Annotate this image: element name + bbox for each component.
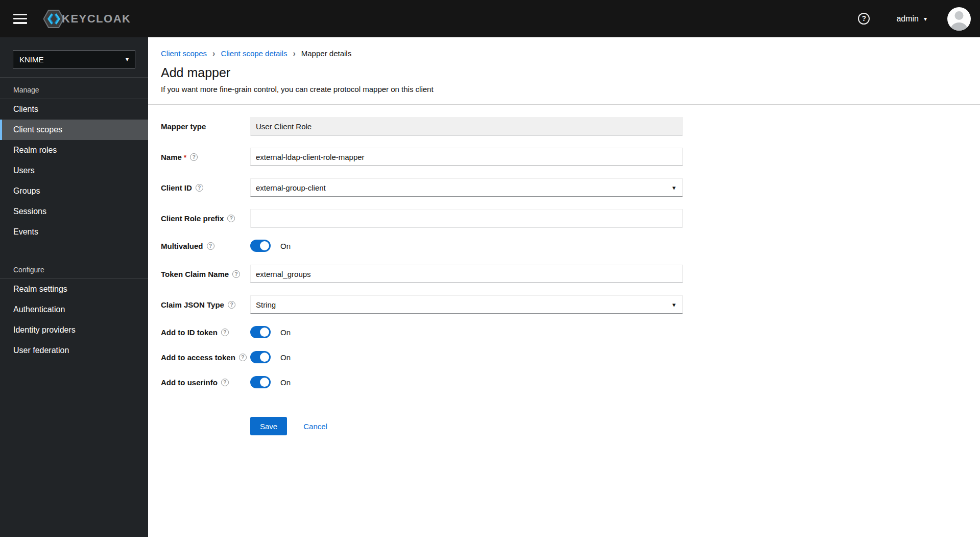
toggle-knob	[260, 353, 269, 362]
field-label: Name*	[161, 148, 250, 166]
user-menu[interactable]: admin	[896, 14, 927, 24]
question-circle-icon[interactable]	[207, 242, 214, 250]
sidebar-item-realm-roles[interactable]: Realm roles	[0, 140, 148, 160]
form-row-claim-json-type: Claim JSON Type String	[161, 295, 980, 314]
multivalued-toggle[interactable]	[250, 240, 271, 252]
sidebar-item-users[interactable]: Users	[0, 160, 148, 181]
realm-selector[interactable]: KNIME	[13, 50, 135, 68]
sidebar-item-identity-providers[interactable]: Identity providers	[0, 320, 148, 340]
toggle-state-label: On	[280, 242, 291, 250]
sidebar: KNIME Manage Clients Client scopes Realm…	[0, 37, 148, 537]
sidebar-item-client-scopes[interactable]: Client scopes	[0, 120, 148, 140]
field-label: Client Role prefix	[161, 209, 250, 227]
claim-json-type-select[interactable]: String	[250, 295, 683, 314]
page-title: Add mapper	[161, 65, 980, 80]
mapper-type-input	[250, 117, 683, 135]
sidebar-item-sessions[interactable]: Sessions	[0, 201, 148, 222]
field-label: Add to access token	[161, 351, 250, 363]
brand-text: KEYCLOAK	[62, 12, 131, 26]
save-button[interactable]: Save	[250, 417, 287, 435]
toggle-state-label: On	[280, 328, 291, 337]
breadcrumb-mapper-details: Mapper details	[301, 49, 351, 58]
breadcrumb: Client scopes Client scope details Mappe…	[161, 49, 980, 58]
user-name: admin	[896, 14, 919, 24]
toggle-state-label: On	[280, 353, 291, 362]
masthead: KEYCLOAK admin	[0, 0, 980, 37]
client-role-prefix-input[interactable]	[250, 209, 683, 227]
form-row-multivalued: Multivalued On	[161, 240, 980, 252]
avatar[interactable]	[947, 7, 971, 31]
nav-section-manage: Manage	[0, 78, 148, 99]
add-to-userinfo-toggle[interactable]	[250, 376, 271, 388]
chevron-down-icon	[924, 16, 927, 22]
field-label: Multivalued	[161, 240, 250, 252]
add-mapper-form: Mapper type Name* Client ID external-gro…	[148, 105, 980, 435]
question-circle-icon[interactable]	[232, 270, 240, 278]
form-row-add-to-userinfo: Add to userinfo On	[161, 376, 980, 388]
sidebar-item-user-federation[interactable]: User federation	[0, 340, 148, 361]
breadcrumb-separator-icon	[293, 50, 295, 58]
token-claim-name-input[interactable]	[250, 265, 683, 283]
chevron-down-icon	[126, 56, 129, 62]
form-row-add-to-access-token: Add to access token On	[161, 351, 980, 363]
claim-json-type-selected-value: String	[256, 300, 276, 309]
client-id-selected-value: external-group-client	[256, 183, 326, 192]
question-circle-icon[interactable]	[239, 354, 247, 361]
form-row-add-to-id-token: Add to ID token On	[161, 326, 980, 338]
realm-name: KNIME	[19, 55, 44, 64]
question-circle-icon[interactable]	[227, 215, 235, 222]
field-label: Mapper type	[161, 117, 250, 135]
question-circle-icon[interactable]	[196, 184, 203, 192]
caret-down-icon	[672, 184, 676, 191]
help-icon[interactable]	[858, 13, 870, 25]
field-label: Add to userinfo	[161, 376, 250, 388]
breadcrumb-client-scopes[interactable]: Client scopes	[161, 49, 207, 58]
question-circle-icon[interactable]	[221, 329, 229, 336]
breadcrumb-separator-icon	[212, 50, 215, 58]
form-row-client-id: Client ID external-group-client	[161, 178, 980, 197]
sidebar-item-events[interactable]: Events	[0, 222, 148, 242]
question-circle-icon[interactable]	[221, 379, 229, 386]
client-id-select[interactable]: external-group-client	[250, 178, 683, 197]
avatar-body-shape	[951, 22, 967, 31]
add-to-access-token-toggle[interactable]	[250, 351, 271, 363]
form-row-client-role-prefix: Client Role prefix	[161, 209, 980, 227]
question-circle-icon[interactable]	[190, 153, 198, 161]
avatar-head-shape	[955, 11, 964, 20]
sidebar-item-clients[interactable]: Clients	[0, 99, 148, 120]
name-input[interactable]	[250, 148, 683, 166]
cancel-button[interactable]: Cancel	[303, 422, 327, 431]
sidebar-item-groups[interactable]: Groups	[0, 181, 148, 201]
question-circle-icon[interactable]	[228, 301, 235, 309]
toggle-knob	[260, 328, 269, 337]
keycloak-logo-icon	[43, 10, 64, 28]
add-to-id-token-toggle[interactable]	[250, 326, 271, 338]
field-label: Add to ID token	[161, 326, 250, 338]
breadcrumb-client-scope-details[interactable]: Client scope details	[221, 49, 287, 58]
field-label: Token Claim Name	[161, 265, 250, 283]
toggle-state-label: On	[280, 378, 291, 387]
main-content: Client scopes Client scope details Mappe…	[148, 37, 980, 537]
form-row-mapper-type: Mapper type	[161, 117, 980, 135]
caret-down-icon	[672, 301, 676, 308]
field-label: Client ID	[161, 178, 250, 197]
nav-section-configure: Configure	[0, 258, 148, 278]
toggle-knob	[260, 378, 269, 387]
field-label: Claim JSON Type	[161, 295, 250, 314]
required-asterisk: *	[184, 153, 186, 161]
form-row-name: Name*	[161, 148, 980, 166]
toggle-knob	[260, 241, 269, 250]
sidebar-item-realm-settings[interactable]: Realm settings	[0, 279, 148, 299]
menu-icon[interactable]	[13, 14, 27, 24]
page-header: Client scopes Client scope details Mappe…	[148, 37, 980, 94]
keycloak-logo[interactable]: KEYCLOAK	[43, 10, 131, 28]
sidebar-item-authentication[interactable]: Authentication	[0, 299, 148, 320]
form-actions: Save Cancel	[250, 417, 980, 435]
form-row-token-claim-name: Token Claim Name	[161, 265, 980, 283]
page-subtitle: If you want more fine-grain control, you…	[161, 85, 980, 94]
